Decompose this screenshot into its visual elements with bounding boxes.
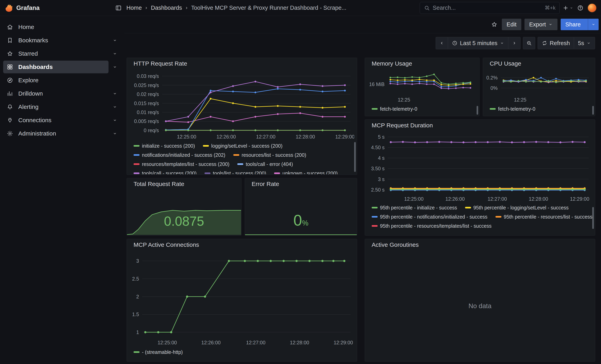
legend-item[interactable]: logging/setLevel - success (200) xyxy=(203,142,283,149)
memory-usage-chart[interactable]: 16 MiB12:25 xyxy=(366,69,477,104)
http-request-rate-chart[interactable]: 0.03 req/s0.025 req/s0.02 req/s0.015 req… xyxy=(128,70,354,140)
sidebar-item-button[interactable]: Explore xyxy=(3,74,121,87)
chevron-down-icon[interactable] xyxy=(109,87,121,100)
share-button[interactable]: Share xyxy=(561,19,599,30)
breadcrumb-item[interactable]: Dashboards xyxy=(151,5,182,11)
question-icon xyxy=(577,5,583,11)
legend-color-marker xyxy=(233,154,239,156)
panel-title[interactable]: Total Request Rate xyxy=(127,178,241,190)
legend-scrollbar[interactable] xyxy=(592,207,594,229)
legend-item[interactable]: - (streamable-http) xyxy=(134,349,183,355)
legend-item[interactable]: tools/call - success (200) xyxy=(134,170,197,174)
legend-item[interactable]: initialize - success (200) xyxy=(134,142,195,149)
sidebar-item-label: Drilldown xyxy=(18,90,43,97)
zoom-out-button[interactable] xyxy=(523,37,535,49)
header-actions: Search... ⌘+k xyxy=(420,2,597,14)
sidebar-item-button[interactable]: Connections xyxy=(3,114,109,127)
legend-item[interactable]: resources/templates/list - success (200) xyxy=(134,161,229,167)
sidebar-item-connections[interactable]: Connections xyxy=(3,114,121,127)
legend-color-marker xyxy=(372,108,378,110)
sidebar-item-button[interactable]: Alerting xyxy=(3,100,109,113)
legend-item[interactable]: 95th percentile - resources/templates/li… xyxy=(372,223,491,229)
legend-item[interactable]: 95th percentile - logging/setLevel - suc… xyxy=(465,204,569,211)
add-button[interactable] xyxy=(562,3,573,13)
legend-scrollbar[interactable] xyxy=(477,106,478,115)
chevron-down-icon[interactable] xyxy=(109,61,121,73)
refresh-button[interactable]: Refresh xyxy=(538,37,574,49)
panel-title[interactable]: Error Rate xyxy=(245,178,357,190)
chevron-down-icon[interactable] xyxy=(109,127,121,140)
sidebar-item-starred[interactable]: Starred xyxy=(3,47,121,60)
edit-button[interactable]: Edit xyxy=(502,19,521,30)
sidebar-item-button[interactable]: Home xyxy=(3,21,121,33)
sidebar-item-drilldown[interactable]: Drilldown xyxy=(3,87,121,100)
sidebar-item-button[interactable]: Starred xyxy=(3,47,109,60)
legend-item[interactable]: resources/list - success (200) xyxy=(233,152,306,158)
sidebar-item-bookmarks[interactable]: Bookmarks xyxy=(3,34,121,47)
panel-title[interactable]: Active Goroutines xyxy=(365,239,595,251)
sidebar-item-administration[interactable]: Administration xyxy=(3,127,121,140)
panel-title[interactable]: HTTP Request Rate xyxy=(127,58,357,69)
time-forward-button[interactable] xyxy=(508,37,521,49)
legend-scrollbar[interactable] xyxy=(592,106,594,115)
svg-text:4.50 s: 4.50 s xyxy=(371,145,385,150)
refresh-interval-picker[interactable]: 5s xyxy=(574,37,595,49)
panel-title-label: MCP Active Connections xyxy=(134,241,199,248)
legend-item[interactable]: 95th percentile - initialize - success xyxy=(372,204,457,211)
gear-icon xyxy=(7,130,13,137)
panel-title[interactable]: CPU Usage xyxy=(483,58,595,69)
legend-item[interactable]: 95th percentile - notifications/initiali… xyxy=(372,213,488,220)
chevron-down-icon[interactable] xyxy=(109,34,121,47)
export-button[interactable]: Export xyxy=(524,19,558,30)
panel-title-label: CPU Usage xyxy=(490,60,521,67)
mcp-request-duration-chart[interactable]: 5 s4.50 s4 s3.50 s3 s2.50 s12:25:0012:26… xyxy=(366,132,592,203)
svg-text:12:29:00: 12:29:00 xyxy=(335,134,354,139)
export-button-label: Export xyxy=(529,21,546,28)
svg-text:12:28:00: 12:28:00 xyxy=(529,196,548,202)
legend-item[interactable]: tools/call - error (404) xyxy=(237,161,293,167)
legend-item[interactable]: 95th percentile - resources/list - succe… xyxy=(495,213,592,220)
sidebar-toggle-button[interactable] xyxy=(114,3,123,13)
share-dropdown-button[interactable] xyxy=(588,19,599,30)
breadcrumb-item[interactable]: Home xyxy=(126,5,142,11)
legend-item[interactable]: fetch-telemetry-0 xyxy=(490,106,535,112)
chevron-down-icon[interactable] xyxy=(109,100,121,113)
legend-color-marker xyxy=(274,172,280,174)
sidebar-item-button[interactable]: Administration xyxy=(3,127,109,140)
time-back-button[interactable] xyxy=(436,37,448,49)
panel-title[interactable]: MCP Request Duration xyxy=(365,120,595,131)
dashboard-toolbar: Edit Export Share xyxy=(490,19,599,30)
legend-item[interactable]: unknown - success (200) xyxy=(274,170,338,174)
sidebar-item-explore[interactable]: Explore xyxy=(3,74,121,87)
sidebar-item-alerting[interactable]: Alerting xyxy=(3,100,121,113)
panel-title[interactable]: Memory Usage xyxy=(365,58,479,69)
sidebar-item-button[interactable]: Dashboards xyxy=(3,61,109,73)
sidebar-item-home[interactable]: Home xyxy=(3,21,121,33)
chevron-right-icon xyxy=(184,6,189,10)
search-input[interactable]: Search... ⌘+k xyxy=(420,2,560,14)
legend-item[interactable]: tools/list - success (200) xyxy=(204,170,266,174)
chevron-down-icon[interactable] xyxy=(109,114,121,127)
sidebar-item-button[interactable]: Bookmarks xyxy=(3,34,109,47)
legend-item[interactable]: notifications/initialized - success (202… xyxy=(134,152,225,158)
legend-item[interactable]: fetch-telemetry-0 xyxy=(372,106,417,112)
chevron-down-icon xyxy=(591,22,596,27)
legend-color-marker xyxy=(134,351,140,353)
svg-text:2.5: 2.5 xyxy=(132,276,139,282)
mcp-active-connections-chart[interactable]: 32.521.5112:25:0012:26:0012:27:0012:28:0… xyxy=(128,252,354,346)
time-range-picker[interactable]: Last 5 minutes xyxy=(448,37,508,49)
legend-scrollbar[interactable] xyxy=(354,142,356,172)
help-button[interactable] xyxy=(576,3,585,13)
favorite-star-button[interactable] xyxy=(490,20,499,29)
sidebar-item-button[interactable]: Drilldown xyxy=(3,87,109,100)
sidebar-item-dashboards[interactable]: Dashboards xyxy=(3,61,121,73)
user-avatar[interactable] xyxy=(588,3,597,12)
grafana-app: Grafana HomeDashboardsToolHive MCP Serve… xyxy=(0,0,601,364)
grafana-logo[interactable] xyxy=(4,3,13,12)
panel-title[interactable]: MCP Active Connections xyxy=(127,239,357,251)
svg-text:12:27:00: 12:27:00 xyxy=(488,196,507,202)
panel-total-request-rate: Total Request Rate 0.0875 xyxy=(127,178,241,236)
sidebar-item-label: Dashboards xyxy=(18,64,53,70)
chevron-down-icon[interactable] xyxy=(109,47,121,60)
cpu-usage-chart[interactable]: 0.2%0%12:25 xyxy=(484,69,592,104)
